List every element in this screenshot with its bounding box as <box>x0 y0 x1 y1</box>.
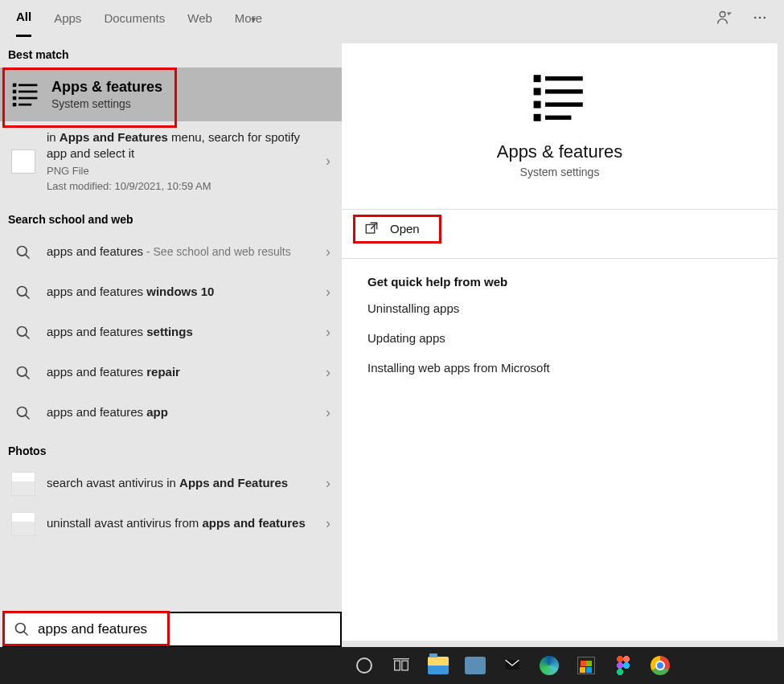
svg-line-13 <box>26 254 30 258</box>
open-label: Open <box>390 222 420 236</box>
search-bar[interactable] <box>2 612 342 647</box>
svg-rect-6 <box>13 89 16 93</box>
cortana-icon[interactable] <box>352 653 376 678</box>
photo-result-bold: apps and features <box>202 516 305 530</box>
edge-browser-icon[interactable] <box>537 653 561 678</box>
mail-icon[interactable] <box>500 653 524 678</box>
svg-line-21 <box>26 415 30 419</box>
best-match-title: Apps & features <box>51 79 162 96</box>
photo-result-0[interactable]: search avast antivirus in Apps and Featu… <box>0 464 342 504</box>
open-button[interactable]: Open <box>342 210 778 247</box>
tab-apps[interactable]: Apps <box>54 11 81 36</box>
chevron-right-icon[interactable]: › <box>326 153 330 170</box>
chevron-right-icon[interactable]: › <box>326 364 330 381</box>
web-result-2[interactable]: apps and features settings › <box>0 313 342 353</box>
photo-result-label: search avast antivirus in <box>47 476 179 489</box>
png-thumbnail-icon <box>11 149 35 174</box>
chevron-right-icon[interactable]: › <box>326 324 330 341</box>
filter-tabs: All Apps Documents Web More ▼ <box>0 0 784 37</box>
chevron-down-icon: ▼ <box>249 15 257 24</box>
keyboard-app-icon[interactable] <box>463 653 487 678</box>
web-result-label: apps and features <box>47 285 146 298</box>
chevron-right-icon[interactable]: › <box>326 475 330 492</box>
svg-rect-7 <box>18 90 37 92</box>
tab-documents[interactable]: Documents <box>104 11 165 36</box>
svg-rect-24 <box>534 88 541 95</box>
web-result-label: apps and features <box>47 325 146 338</box>
svg-point-1 <box>754 17 757 19</box>
svg-line-19 <box>26 375 30 379</box>
web-result-3[interactable]: apps and features repair › <box>0 353 342 393</box>
tab-web[interactable]: Web <box>187 11 212 36</box>
photo-result-bold: Apps and Features <box>179 476 288 489</box>
web-result-0[interactable]: apps and features - See school and web r… <box>0 232 342 272</box>
svg-rect-28 <box>534 114 541 121</box>
svg-point-14 <box>18 286 27 296</box>
search-icon <box>14 621 30 637</box>
preview-title: Apps & features <box>497 141 623 162</box>
svg-rect-11 <box>18 103 31 105</box>
help-link-installing[interactable]: Installing web apps from Microsoft <box>342 353 778 383</box>
figma-icon[interactable] <box>611 653 635 678</box>
file-type-label: PNG File <box>47 164 314 178</box>
web-result-4[interactable]: apps and features app › <box>0 393 342 433</box>
file-explorer-icon[interactable] <box>426 653 450 678</box>
svg-rect-25 <box>545 89 583 93</box>
svg-line-17 <box>26 334 30 338</box>
account-icon[interactable] <box>716 10 733 26</box>
photo-result-label: uninstall avast antivirus from <box>47 516 202 530</box>
svg-point-2 <box>759 17 761 19</box>
chevron-right-icon[interactable]: › <box>326 515 330 532</box>
microsoft-store-icon[interactable] <box>574 653 598 678</box>
svg-point-31 <box>16 624 26 633</box>
more-options-icon[interactable] <box>752 10 768 26</box>
best-match-result[interactable]: Apps & features System settings <box>0 68 342 121</box>
svg-rect-29 <box>545 116 571 120</box>
taskbar <box>0 647 784 684</box>
svg-line-15 <box>26 294 30 298</box>
web-result-bold: windows 10 <box>146 285 214 298</box>
file-result-text-prefix: in <box>47 130 60 144</box>
task-view-icon[interactable] <box>389 653 413 678</box>
web-result-bold: settings <box>146 325 193 338</box>
svg-rect-9 <box>18 96 37 99</box>
photo-thumbnail-icon <box>11 472 35 496</box>
search-input[interactable] <box>38 621 330 637</box>
best-match-subtitle: System settings <box>51 97 162 110</box>
svg-line-32 <box>24 632 28 636</box>
file-modified-label: Last modified: 10/9/2021, 10:59 AM <box>47 179 314 194</box>
photo-result-1[interactable]: uninstall avast antivirus from apps and … <box>0 504 342 544</box>
chevron-right-icon[interactable]: › <box>326 404 330 421</box>
web-result-suffix: - See school and web results <box>143 245 291 258</box>
svg-rect-27 <box>545 102 583 106</box>
web-result-label: apps and features <box>47 244 143 258</box>
chrome-browser-icon[interactable] <box>648 653 672 678</box>
file-result[interactable]: in Apps and Features menu, search for sp… <box>0 121 342 202</box>
svg-rect-8 <box>13 96 16 100</box>
web-result-bold: app <box>146 405 168 419</box>
search-bar-container <box>2 612 342 647</box>
svg-rect-10 <box>13 102 16 105</box>
section-best-match: Best match <box>0 37 342 68</box>
search-icon <box>15 285 31 301</box>
search-icon <box>15 405 31 421</box>
section-photos: Photos <box>0 433 342 464</box>
web-result-1[interactable]: apps and features windows 10 › <box>0 272 342 313</box>
preview-pane: Apps & features System settings Open Get… <box>342 43 778 641</box>
svg-rect-4 <box>13 83 16 87</box>
svg-rect-5 <box>18 84 37 86</box>
chevron-right-icon[interactable]: › <box>326 284 330 301</box>
results-pane: Best match Apps & features System settin… <box>0 37 342 647</box>
svg-point-0 <box>720 12 725 18</box>
tab-all[interactable]: All <box>16 10 31 37</box>
photo-thumbnail-icon <box>11 512 35 536</box>
web-result-bold: repair <box>146 365 180 379</box>
svg-point-18 <box>18 367 27 376</box>
svg-rect-34 <box>402 661 408 670</box>
help-link-uninstalling[interactable]: Uninstalling apps <box>342 293 778 323</box>
chevron-right-icon[interactable]: › <box>326 244 330 260</box>
search-icon <box>15 365 31 381</box>
web-result-label: apps and features <box>47 365 146 379</box>
help-link-updating[interactable]: Updating apps <box>342 323 778 353</box>
tab-more[interactable]: More ▼ <box>235 11 262 36</box>
